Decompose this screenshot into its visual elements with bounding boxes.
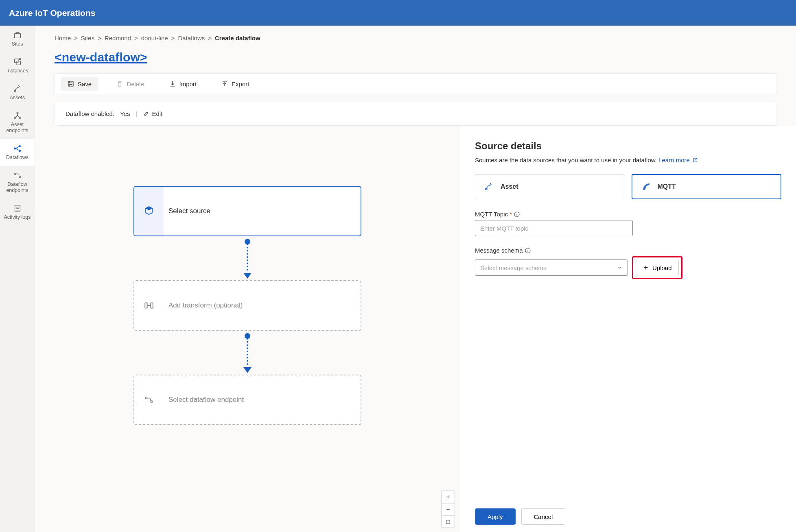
status-value: Yes xyxy=(120,110,130,117)
svg-point-18 xyxy=(151,401,152,402)
page-title[interactable]: <new-dataflow> xyxy=(55,50,147,64)
command-bar: Save Delete Import Export xyxy=(55,73,776,94)
status-label: Dataflow enabled: xyxy=(66,110,114,117)
sidebar-item-dataflows[interactable]: Dataflows xyxy=(0,139,35,166)
export-icon xyxy=(221,80,228,87)
instances-icon xyxy=(13,57,22,66)
import-button[interactable]: Import xyxy=(162,77,203,91)
sidebar-item-label: Assets xyxy=(10,95,25,101)
export-button[interactable]: Export xyxy=(214,77,256,91)
edit-icon xyxy=(143,111,149,117)
sidebar-item-activity-logs[interactable]: Activity logs xyxy=(0,199,35,226)
chevron-down-icon xyxy=(617,265,623,270)
import-icon xyxy=(169,80,176,87)
cmd-label: Import xyxy=(179,81,197,87)
canvas-container: Select source Add transform (optional) S… xyxy=(35,126,796,532)
svg-rect-1 xyxy=(14,59,18,63)
message-schema-select[interactable]: Select message schema xyxy=(475,259,628,276)
sites-icon xyxy=(13,31,22,39)
delete-button: Delete xyxy=(109,77,151,91)
delete-icon xyxy=(116,80,123,87)
app-header: Azure IoT Operations xyxy=(0,0,796,26)
panel-footer: Apply Cancel xyxy=(475,501,781,532)
edit-label: Edit xyxy=(152,110,162,117)
apply-button[interactable]: Apply xyxy=(475,508,516,525)
header: Home> Sites> Redmond> donut-line> Datafl… xyxy=(35,26,796,126)
sidebar-item-label: Dataflow endpoints xyxy=(2,181,33,194)
svg-rect-0 xyxy=(14,33,20,38)
mqtt-topic-input[interactable] xyxy=(475,220,633,236)
svg-rect-14 xyxy=(68,81,73,86)
field-label: MQTT Topic * xyxy=(475,211,781,218)
status-bar: Dataflow enabled: Yes | Edit xyxy=(55,102,776,126)
breadcrumb-link[interactable]: Sites xyxy=(81,35,94,41)
asset-icon xyxy=(484,182,494,192)
details-title: Source details xyxy=(475,140,781,152)
dataflows-icon xyxy=(13,144,22,153)
connector xyxy=(247,336,248,371)
node-label: Add transform (optional) xyxy=(168,301,243,310)
svg-point-17 xyxy=(145,397,147,399)
activity-logs-icon xyxy=(13,204,22,213)
breadcrumb-link[interactable]: Dataflows xyxy=(178,35,205,41)
edit-button[interactable]: Edit xyxy=(143,110,162,117)
cmd-label: Delete xyxy=(127,81,144,87)
sidebar-item-label: Activity logs xyxy=(4,214,31,220)
svg-rect-19 xyxy=(446,520,450,523)
info-icon[interactable] xyxy=(514,211,520,218)
tab-asset[interactable]: Asset xyxy=(475,174,624,199)
plus-icon xyxy=(643,264,649,271)
breadcrumb: Home> Sites> Redmond> donut-line> Datafl… xyxy=(55,35,776,41)
breadcrumb-link[interactable]: Redmond xyxy=(105,35,131,41)
breadcrumb-link[interactable]: donut-line xyxy=(141,35,168,41)
svg-rect-15 xyxy=(145,303,147,308)
save-button[interactable]: Save xyxy=(61,77,98,91)
mqtt-icon xyxy=(641,182,651,192)
tab-mqtt[interactable]: MQTT xyxy=(632,174,782,199)
svg-point-5 xyxy=(17,112,18,114)
breadcrumb-link[interactable]: Home xyxy=(55,35,71,41)
svg-point-3 xyxy=(19,59,21,60)
sidebar-item-label: Sites xyxy=(12,41,23,47)
dataflow-endpoints-icon xyxy=(13,171,22,180)
sidebar-item-instances[interactable]: Instances xyxy=(0,52,35,79)
svg-point-12 xyxy=(19,176,20,178)
mqtt-topic-field: MQTT Topic * xyxy=(475,211,781,236)
canvas: Select source Add transform (optional) S… xyxy=(35,126,460,532)
svg-point-8 xyxy=(14,148,15,149)
endpoint-icon xyxy=(144,395,154,405)
transform-node[interactable]: Add transform (optional) xyxy=(133,280,361,331)
fit-to-screen-button[interactable] xyxy=(442,515,455,528)
upload-button[interactable]: Upload xyxy=(636,260,679,275)
zoom-controls: + − xyxy=(441,491,455,528)
sidebar-item-assets[interactable]: Assets xyxy=(0,79,35,106)
source-node[interactable]: Select source xyxy=(133,186,361,236)
divider: | xyxy=(136,110,138,117)
layout: Sites Instances Assets Asset endpoints D… xyxy=(0,26,796,532)
cancel-button[interactable]: Cancel xyxy=(521,508,566,525)
svg-point-10 xyxy=(19,150,20,152)
svg-point-11 xyxy=(14,173,16,175)
info-icon[interactable] xyxy=(525,247,531,254)
svg-rect-2 xyxy=(17,61,20,65)
sidebar-item-label: Instances xyxy=(7,68,28,74)
sidebar-item-dataflow-endpoints[interactable]: Dataflow endpoints xyxy=(0,166,35,199)
node-label: Select dataflow endpoint xyxy=(168,396,244,404)
assets-icon xyxy=(13,84,22,93)
main-content: Home> Sites> Redmond> donut-line> Datafl… xyxy=(35,26,796,532)
fit-icon xyxy=(445,519,451,525)
zoom-out-button[interactable]: − xyxy=(442,503,455,515)
tab-label: MQTT xyxy=(658,183,676,190)
asset-endpoints-icon xyxy=(13,111,22,120)
tab-label: Asset xyxy=(501,183,518,190)
details-panel: Source details Sources are the data sour… xyxy=(460,126,796,532)
sidebar-item-sites[interactable]: Sites xyxy=(0,26,35,52)
learn-more-link[interactable]: Learn more xyxy=(658,157,698,164)
required-marker: * xyxy=(510,211,512,218)
zoom-in-button[interactable]: + xyxy=(442,491,455,503)
svg-point-9 xyxy=(19,146,20,147)
destination-node[interactable]: Select dataflow endpoint xyxy=(133,375,361,425)
sidebar-item-asset-endpoints[interactable]: Asset endpoints xyxy=(0,106,35,139)
cube-icon xyxy=(143,205,155,217)
sidebar-item-label: Asset endpoints xyxy=(2,122,33,134)
